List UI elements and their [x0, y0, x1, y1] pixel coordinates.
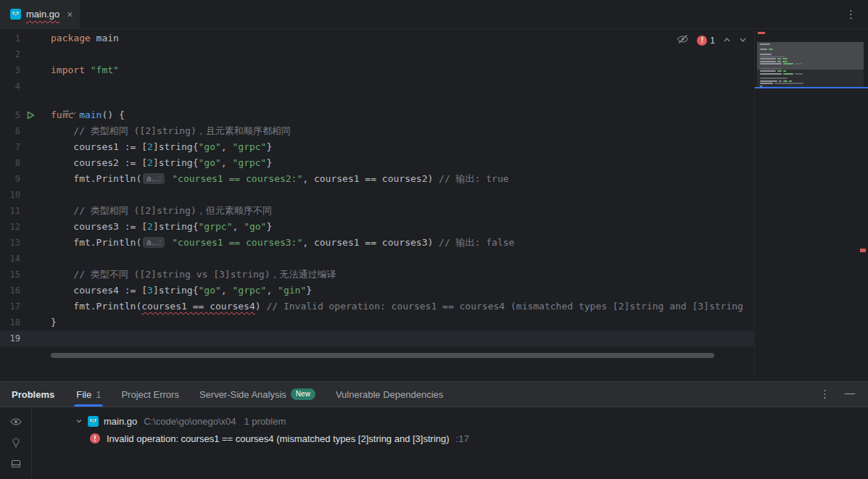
gutter-icon-slot	[20, 155, 49, 171]
code-line-5[interactable]: 5 func main() {	[0, 107, 754, 123]
code-token: courses3 := [	[51, 221, 147, 232]
code-line-7[interactable]: 7 courses1 := [2]string{"go", "grpc"}	[0, 139, 754, 155]
previous-problem-chevron-up-icon[interactable]	[723, 35, 731, 46]
code-line-8[interactable]: 8 courses2 := [2]string{"go", "grpc"}	[0, 155, 754, 171]
code-token: main	[91, 33, 119, 43]
problems-tab-project-errors[interactable]: Project Errors	[121, 382, 178, 407]
code-line-13[interactable]: 13 fmt.Println(a…: "courses1 == courses3…	[0, 235, 754, 251]
inlay-hint-row[interactable]	[0, 94, 754, 107]
code-line-9[interactable]: 9 fmt.Println(a…: "courses1 == courses2:…	[0, 171, 754, 187]
code-line-6[interactable]: 6 // 类型相同 ([2]string)，且元素和顺序都相同	[0, 123, 754, 139]
line-number: 6	[0, 123, 20, 139]
error-icon: !	[90, 433, 100, 443]
close-icon[interactable]: ×	[67, 9, 73, 20]
problems-actions: ⋮ —	[819, 388, 868, 401]
run-button[interactable]	[20, 107, 49, 123]
code-token: 2	[147, 157, 153, 168]
code-token: () {	[102, 109, 124, 120]
code-token: "go"	[199, 157, 221, 168]
code-line-12[interactable]: 12 courses3 := [2]string{"grpc", "go"}	[0, 219, 754, 235]
gutter-icon-slot	[20, 30, 49, 46]
problems-body: main.go C:\code\go\onego\x04 1 problem !…	[0, 407, 868, 479]
code-token	[85, 64, 91, 75]
problems-tab-file[interactable]: File1	[76, 382, 101, 407]
gutter-icon-slot	[20, 171, 49, 187]
code-line-1[interactable]: 1package main	[0, 30, 754, 46]
line-number: 18	[0, 315, 20, 330]
chevron-down-icon[interactable]	[75, 416, 83, 427]
quick-fix-lightbulb-icon[interactable]	[10, 437, 22, 451]
layout-settings-icon[interactable]	[10, 458, 22, 472]
error-count-indicator[interactable]: ! 1	[697, 36, 715, 46]
code-token: ]string{	[153, 141, 199, 152]
code-line-3[interactable]: 3import "fmt"	[0, 62, 754, 78]
minimap[interactable]	[757, 42, 864, 87]
code-line-15[interactable]: 15 // 类型不同 ([2]string vs [3]string)，无法通过…	[0, 267, 754, 283]
code-token: ]string{	[153, 157, 199, 168]
code-token: ,	[221, 141, 233, 152]
code-line-14[interactable]: 14	[0, 251, 754, 267]
tab-options-kebab-icon[interactable]: ⋮	[846, 8, 856, 21]
error-icon: !	[697, 36, 707, 46]
error-stripe-mark[interactable]	[860, 249, 866, 252]
error-location: :17	[456, 433, 469, 444]
tab-label: Vulnerable Dependencies	[336, 389, 443, 400]
line-number: 7	[0, 139, 20, 155]
code-editor[interactable]: 1package main23import "fmt"4 5 func main…	[0, 29, 754, 381]
hide-panel-icon[interactable]: —	[845, 387, 855, 399]
problems-options-kebab-icon[interactable]: ⋮	[819, 388, 830, 401]
line-number: 5	[0, 107, 20, 123]
code-vision-inlay-icon[interactable]	[62, 109, 77, 117]
problems-tabs: File1Project ErrorsServer-Side AnalysisN…	[76, 382, 443, 407]
minimap-bar	[760, 83, 773, 84]
gutter-icon-slot	[20, 283, 49, 299]
code-token: import	[51, 64, 85, 75]
horizontal-scrollbar[interactable]	[51, 353, 714, 358]
code-token: 3	[147, 285, 153, 296]
code-token: "gin"	[278, 285, 306, 296]
gutter-icon-slot	[20, 267, 49, 283]
tab-label: main.go	[26, 9, 59, 20]
line-number: 15	[0, 267, 20, 283]
code-line-18[interactable]: 18}	[0, 315, 754, 330]
minimap-bar	[779, 80, 782, 82]
gutter-icon-slot	[20, 123, 49, 139]
minimap-bar	[774, 83, 803, 84]
minimap-bar	[760, 70, 776, 72]
minimap-bar	[783, 73, 793, 75]
code-line-2[interactable]: 2	[0, 46, 754, 62]
code-token: fmt.Println(	[51, 301, 141, 312]
gutter-icon-slot	[20, 46, 49, 62]
code-line-17[interactable]: 17 fmt.Println(courses1 == courses4) // …	[0, 299, 754, 315]
minimap-bar	[783, 80, 788, 82]
next-problem-chevron-down-icon[interactable]	[739, 35, 747, 46]
code-token: courses4 := [	[51, 285, 147, 296]
code-line-19[interactable]: 19	[0, 330, 754, 346]
highlighting-eye-slash-icon[interactable]	[677, 33, 689, 47]
code-line-10[interactable]: 10	[0, 187, 754, 203]
problem-error-row[interactable]: ! Invalid operation: courses1 == courses…	[32, 430, 868, 447]
editor-tab-bar: main.go × ⋮	[0, 0, 868, 29]
tab-main-go[interactable]: main.go ×	[0, 0, 80, 28]
problem-file-row[interactable]: main.go C:\code\go\onego\x04 1 problem	[32, 412, 868, 430]
minimap-bar	[760, 58, 776, 59]
minimap-bar	[769, 49, 773, 50]
code-token: package	[51, 33, 91, 43]
code-line-4[interactable]: 4	[0, 78, 754, 94]
code-line-11[interactable]: 11 // 类型相同 ([2]string)，但元素顺序不同	[0, 203, 754, 219]
ide-window: main.go × ⋮ 1package main23import "fmt"4…	[0, 0, 868, 479]
code-token: 2	[147, 141, 153, 152]
code-token: ,	[232, 221, 244, 232]
code-token: courses2 := [	[51, 157, 147, 168]
preview-eye-icon[interactable]	[9, 416, 22, 430]
error-message: Invalid operation: courses1 == courses4 …	[107, 433, 450, 444]
minimap-bar	[789, 80, 792, 82]
minimap-caret-line-indicator	[755, 87, 868, 88]
line-number: 8	[0, 155, 20, 171]
line-number: 19	[0, 330, 20, 346]
code-token: "fmt"	[91, 64, 119, 75]
problems-tab-vulnerable-dependencies[interactable]: Vulnerable Dependencies	[336, 382, 443, 407]
problems-tab-server-side-analysis[interactable]: Server-Side AnalysisNew	[199, 382, 315, 407]
code-line-16[interactable]: 16 courses4 := [3]string{"go", "grpc", "…	[0, 283, 754, 299]
line-number: 2	[0, 46, 20, 62]
